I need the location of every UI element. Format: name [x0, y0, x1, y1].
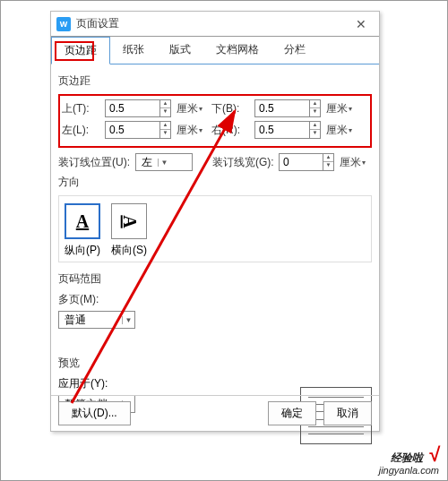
chevron-down-icon: ▼	[122, 316, 134, 324]
dialog-title: 页面设置	[76, 16, 343, 31]
titlebar: W 页面设置 ✕	[51, 12, 379, 37]
tab-grid[interactable]: 文档网格	[203, 37, 271, 64]
tab-strip: 页边距 纸张 版式 文档网格 分栏	[51, 37, 379, 64]
gutter-spin-buttons[interactable]: ▲▼	[323, 154, 333, 170]
close-button[interactable]: ✕	[343, 12, 379, 36]
portrait-icon: A	[65, 203, 100, 239]
top-unit[interactable]: 厘米▾	[177, 101, 202, 116]
bottom-spinner[interactable]: ▲▼	[254, 99, 321, 117]
margins-group-label: 页边距	[58, 73, 372, 89]
page-setup-dialog: W 页面设置 ✕ 页边距 纸张 版式 文档网格 分栏 页边距 上(T): ▲▼ …	[50, 11, 380, 432]
orientation-group-label: 方向	[58, 175, 372, 190]
check-icon: √	[428, 443, 439, 466]
gutter-pos-select[interactable]: 左 ▼	[135, 153, 193, 171]
tab-paper[interactable]: 纸张	[110, 37, 157, 64]
gutter-width-label: 装订线宽(G):	[212, 155, 275, 170]
right-input[interactable]	[255, 122, 309, 138]
gutter-width-input[interactable]	[280, 154, 323, 170]
top-spinner[interactable]: ▲▼	[105, 99, 171, 117]
left-spin-buttons[interactable]: ▲▼	[159, 122, 170, 138]
ok-button[interactable]: 确定	[268, 401, 316, 425]
top-label: 上(T):	[62, 101, 101, 116]
multi-page-value: 普通	[59, 313, 122, 328]
landscape-option[interactable]: A 横向(S)	[111, 203, 147, 258]
gutter-pos-label: 装订线位置(U):	[58, 155, 132, 170]
gutter-width-spinner[interactable]: ▲▼	[279, 153, 334, 171]
left-input[interactable]	[106, 122, 159, 138]
right-label: 右(R):	[211, 123, 251, 138]
tab-columns[interactable]: 分栏	[271, 37, 318, 64]
margins-highlight: 上(T): ▲▼ 厘米▾ 下(B): ▲▼ 厘米▾ 左(L): ▲▼	[58, 94, 372, 148]
chevron-down-icon: ▼	[158, 159, 170, 167]
right-spin-buttons[interactable]: ▲▼	[309, 122, 320, 138]
preview-group-label: 预览	[58, 356, 372, 371]
left-label: 左(L):	[62, 123, 101, 138]
bottom-unit[interactable]: 厘米▾	[326, 101, 352, 116]
default-button[interactable]: 默认(D)...	[58, 401, 131, 425]
multi-page-label: 多页(M):	[58, 292, 105, 307]
app-icon: W	[56, 17, 71, 31]
watermark: 经验啦 √ jingyanla.com	[379, 443, 439, 476]
landscape-icon: A	[111, 203, 147, 239]
pages-group-label: 页码范围	[58, 271, 372, 287]
top-spin-buttons[interactable]: ▲▼	[159, 100, 170, 116]
multi-page-select[interactable]: 普通 ▼	[58, 311, 135, 329]
apply-to-label: 应用于(Y):	[58, 376, 293, 391]
right-unit[interactable]: 厘米▾	[326, 123, 352, 138]
left-unit[interactable]: 厘米▾	[177, 123, 202, 138]
button-bar: 默认(D)... 确定 取消	[51, 395, 379, 431]
bottom-label: 下(B):	[211, 101, 251, 116]
left-spinner[interactable]: ▲▼	[105, 121, 171, 139]
tab-margins[interactable]: 页边距	[51, 37, 110, 64]
bottom-spin-buttons[interactable]: ▲▼	[309, 100, 320, 116]
gutter-pos-value: 左	[136, 155, 158, 170]
portrait-option[interactable]: A 纵向(P)	[65, 203, 100, 258]
orientation-group: A 纵向(P) A 横向(S)	[58, 195, 372, 262]
right-spinner[interactable]: ▲▼	[254, 121, 321, 139]
gutter-unit[interactable]: 厘米▾	[340, 155, 366, 170]
top-input[interactable]	[106, 100, 159, 116]
dialog-content: 页边距 上(T): ▲▼ 厘米▾ 下(B): ▲▼ 厘米▾ 左(L):	[51, 64, 379, 451]
tab-layout[interactable]: 版式	[157, 37, 203, 64]
cancel-button[interactable]: 取消	[323, 401, 372, 425]
bottom-input[interactable]	[255, 100, 309, 116]
portrait-label: 纵向(P)	[65, 243, 100, 258]
landscape-label: 横向(S)	[111, 243, 147, 258]
